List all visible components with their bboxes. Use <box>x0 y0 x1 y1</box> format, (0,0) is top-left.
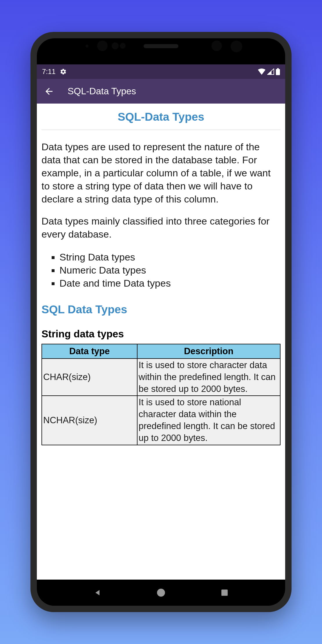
table-row: CHAR(size) It is used to store character… <box>42 359 280 396</box>
table-header-row: Data type Description <box>42 344 280 359</box>
circle-home-icon <box>157 588 165 597</box>
svg-rect-0 <box>276 69 280 75</box>
data-types-table: Data type Description CHAR(size) It is u… <box>41 344 281 445</box>
phone-camera <box>97 41 108 51</box>
status-bar-left: 7:11 <box>42 68 67 76</box>
status-time: 7:11 <box>42 68 56 76</box>
signal-icon <box>267 68 274 75</box>
phone-sensor <box>86 45 88 48</box>
battery-icon <box>276 68 280 75</box>
back-button[interactable] <box>42 84 56 98</box>
table-cell-type: CHAR(size) <box>42 359 137 396</box>
sub-heading: String data types <box>41 328 281 340</box>
bullet-list: String Data types Numeric Data types Dat… <box>41 251 281 290</box>
app-bar-title: SQL-Data Types <box>68 86 136 97</box>
status-bar: 7:11 <box>37 64 285 79</box>
table-header-cell: Data type <box>42 344 137 359</box>
phone-camera <box>211 41 222 51</box>
list-item: Numeric Data types <box>59 264 281 277</box>
svg-rect-1 <box>277 68 279 69</box>
svg-point-2 <box>157 589 165 597</box>
navigation-bar <box>37 580 285 606</box>
app-bar: SQL-Data Types <box>37 79 285 104</box>
nav-recent-button[interactable] <box>220 588 229 598</box>
square-recent-icon <box>221 589 228 596</box>
arrow-left-icon <box>44 86 54 97</box>
nav-home-button[interactable] <box>156 588 166 598</box>
phone-camera <box>112 42 119 49</box>
section-heading: SQL Data Types <box>41 303 281 316</box>
phone-body: 7:11 <box>37 38 285 606</box>
list-item: Date and time Data types <box>59 277 281 290</box>
content-area[interactable]: SQL-Data Types Data types are used to re… <box>37 104 285 580</box>
paragraph-1: Data types are used to represent the nat… <box>41 140 281 205</box>
triangle-back-icon <box>93 589 102 597</box>
svg-rect-3 <box>221 589 228 596</box>
screen: 7:11 <box>37 64 285 580</box>
page-title: SQL-Data Types <box>41 104 281 130</box>
paragraph-2: Data types mainly classified into three … <box>41 215 281 241</box>
table-row: NCHAR(size) It is used to store national… <box>42 396 280 445</box>
phone-frame: 7:11 <box>30 32 292 612</box>
phone-speaker <box>144 44 178 48</box>
phone-camera <box>231 41 242 52</box>
phone-camera <box>120 43 126 49</box>
nav-back-button[interactable] <box>93 588 102 598</box>
list-item: String Data types <box>59 251 281 264</box>
gear-icon <box>60 68 67 75</box>
wifi-icon <box>258 68 265 75</box>
table-cell-desc: It is used to store character data withi… <box>137 359 280 396</box>
status-bar-right <box>258 68 280 75</box>
table-cell-desc: It is used to store national character d… <box>137 396 280 445</box>
table-header-cell: Description <box>137 344 280 359</box>
table-cell-type: NCHAR(size) <box>42 396 137 445</box>
